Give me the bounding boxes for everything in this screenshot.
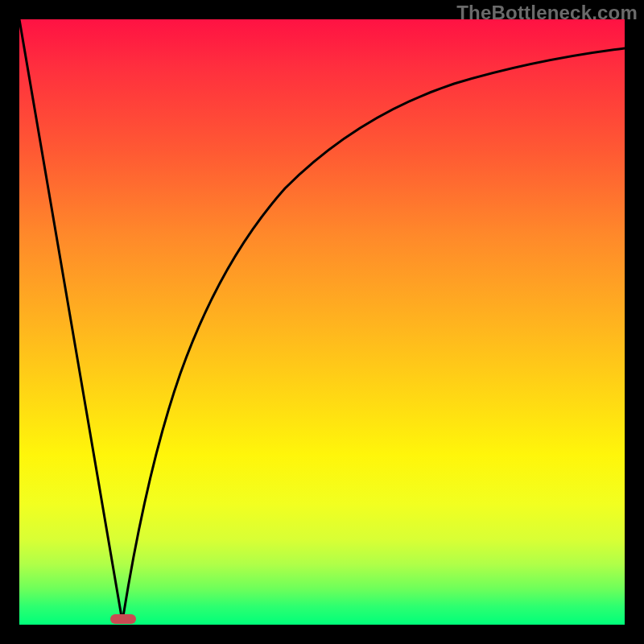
curve-left [19, 19, 122, 621]
vertex-marker [110, 614, 136, 624]
curve-right [122, 48, 625, 621]
plot-area [19, 19, 625, 625]
curve-layer [19, 19, 625, 625]
chart-frame: TheBottleneck.com [0, 0, 644, 644]
watermark-text: TheBottleneck.com [456, 2, 638, 24]
